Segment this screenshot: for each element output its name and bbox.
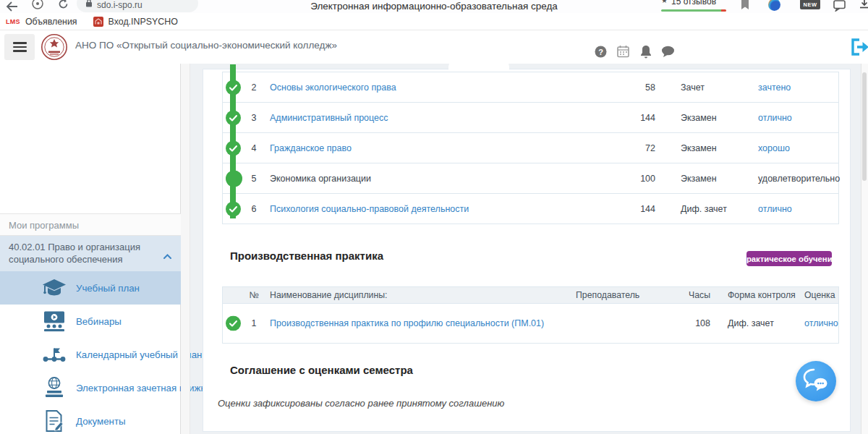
control-form: Зачет (681, 82, 705, 93)
practice-section-title: Производственная практика (230, 250, 383, 262)
browser-page-title: Электронная информационно-образовательна… (260, 1, 608, 12)
star-icon: ★ (661, 0, 668, 4)
screen: sdo.i-spo.ru Электронная информационно-о… (0, 0, 868, 434)
bookmark-label: Вход.INPSYCHO (109, 17, 178, 27)
practice-table-row: 1Производственная практика по профилю сп… (222, 303, 839, 344)
hours-value: 144 (597, 113, 655, 123)
practice-table: № Наименование дисциплины: Преподаватель… (222, 286, 839, 344)
messages-chat-icon[interactable] (660, 44, 675, 59)
back-icon[interactable] (6, 1, 18, 13)
control-form: Диф. зачет (681, 204, 727, 214)
sidebar-item[interactable]: Учебный план (0, 271, 181, 305)
sidebar-item[interactable]: Вебинары (0, 305, 181, 338)
grade-table-row: 3Административный процесс144Экзаменотлич… (222, 102, 839, 133)
gradebook-icon (40, 377, 69, 399)
reviews-rating-bar (661, 9, 726, 12)
discipline-name-link[interactable]: Психология социально-правовой деятельнос… (270, 204, 469, 214)
column-header-teacher: Преподаватель (576, 290, 639, 300)
graduation-cap-icon (40, 277, 69, 299)
sidebar-program-label: 40.02.01 Право и организация социального… (9, 242, 140, 265)
chevron-up-icon (163, 250, 171, 263)
sidebar-item-label: Электронная зачетная книжка (76, 383, 210, 393)
control-form: Экзамен (681, 113, 717, 123)
college-logo (41, 33, 68, 64)
hours-value: 72 (597, 143, 655, 153)
grade-value-link[interactable]: отлично (804, 318, 838, 328)
logout-icon[interactable] (851, 38, 868, 56)
row-number: 2 (247, 82, 261, 93)
column-header-hours: Часы (652, 290, 710, 300)
bookmark-item[interactable]: Вход.INPSYCHO (93, 17, 178, 27)
scrolled-element-edge (448, 59, 509, 69)
browser-extension-logo-icon[interactable] (768, 0, 780, 11)
app-header: АНО ПО «Открытый социально-экономический… (0, 30, 868, 64)
reload-icon[interactable] (58, 0, 69, 12)
grade-value-link[interactable]: отлично (758, 113, 792, 123)
page-scrollbar-thumb[interactable] (862, 72, 867, 181)
sidebar: Мои программы 40.02.01 Право и организац… (0, 64, 181, 434)
hamburger-icon (13, 42, 27, 43)
browser-toolbar: sdo.i-spo.ru Электронная информационно-о… (0, 0, 868, 13)
hours-value: 108 (652, 318, 710, 328)
status-check-icon (226, 110, 241, 125)
hours-value: 144 (597, 204, 655, 214)
notifications-bell-icon[interactable] (639, 44, 653, 59)
webinar-icon (40, 311, 69, 332)
menu-toggle-button[interactable] (4, 34, 35, 60)
grade-table-row: 5Экономика организации100Экзаменудовлетв… (222, 163, 839, 194)
row-number: 6 (247, 204, 261, 214)
discipline-name-link[interactable]: Гражданское право (270, 143, 352, 153)
row-number: 5 (247, 174, 261, 184)
bookmark-label: Объявления (25, 17, 77, 27)
sidebar-program-item[interactable]: 40.02.01 Право и организация социального… (0, 236, 181, 271)
hours-value: 58 (597, 82, 655, 93)
bookmark-item[interactable]: LMSОбъявления (6, 17, 77, 27)
calendar-icon[interactable] (616, 44, 630, 59)
bookmark-flag-icon[interactable] (741, 0, 749, 13)
reviews-label[interactable]: 15 отзывов (671, 0, 716, 7)
column-header-control: Форма контроля (728, 290, 796, 300)
chat-bubbles-icon (803, 368, 829, 394)
bookmarks-bar: LMSОбъявленияВход.INPSYCHO (0, 13, 868, 30)
download-icon[interactable] (859, 0, 868, 12)
sidebar-item-label: Вебинары (76, 316, 122, 327)
new-badge[interactable]: NEW (800, 0, 820, 9)
status-check-icon (226, 316, 241, 331)
svg-text:?: ? (598, 47, 603, 56)
extension-circle-icon[interactable] (32, 0, 43, 12)
address-bar[interactable]: sdo.i-spo.ru (77, 0, 198, 12)
timeline-icon (40, 346, 69, 364)
row-number: 1 (247, 318, 261, 328)
grade-value-link[interactable]: хорошо (758, 143, 790, 153)
feedback-chat-icon[interactable] (833, 0, 846, 13)
agreement-note: Оценки зафиксированы согласно ранее прин… (218, 398, 504, 409)
row-number: 3 (247, 113, 261, 123)
sidebar-item[interactable]: Календарный учебный план (0, 338, 181, 371)
hours-value: 100 (597, 174, 655, 184)
grade-value-link[interactable]: зачтено (758, 82, 791, 93)
grade-table-row: 2Основы экологического права58Зачетзачте… (222, 72, 839, 103)
lms-badge-icon: LMS (6, 18, 20, 25)
organization-title: АНО ПО «Открытый социально-экономический… (75, 40, 337, 51)
discipline-name-link[interactable]: Основы экологического права (270, 82, 396, 93)
grade-value: удовлетворительно (758, 174, 840, 184)
sidebar-item[interactable]: Документы (0, 404, 181, 434)
discipline-name-link[interactable]: Административный процесс (270, 113, 388, 123)
status-check-icon (226, 201, 241, 216)
sidebar-menu: Учебный планВебинарыКалендарный учебный … (0, 271, 181, 434)
documents-icon (40, 410, 69, 433)
sidebar-item[interactable]: Электронная зачетная книжка (0, 371, 181, 404)
control-form: Экзамен (681, 143, 717, 153)
sidebar-scrollbar[interactable] (181, 64, 190, 434)
url-text: sdo.i-spo.ru (97, 0, 142, 10)
control-form: Экзамен (681, 174, 717, 184)
status-dot-icon (226, 170, 242, 187)
help-icon[interactable]: ? (593, 44, 608, 59)
support-chat-button[interactable] (796, 361, 836, 401)
status-check-icon (226, 80, 241, 95)
discipline-name-link[interactable]: Производственная практика по профилю спе… (270, 318, 544, 328)
grade-value-link[interactable]: отлично (758, 204, 792, 214)
agreement-section-title: Соглашение с оценками семестра (230, 364, 413, 376)
lock-icon (85, 0, 93, 10)
sidebar-section-title: Мои программы (0, 213, 181, 236)
